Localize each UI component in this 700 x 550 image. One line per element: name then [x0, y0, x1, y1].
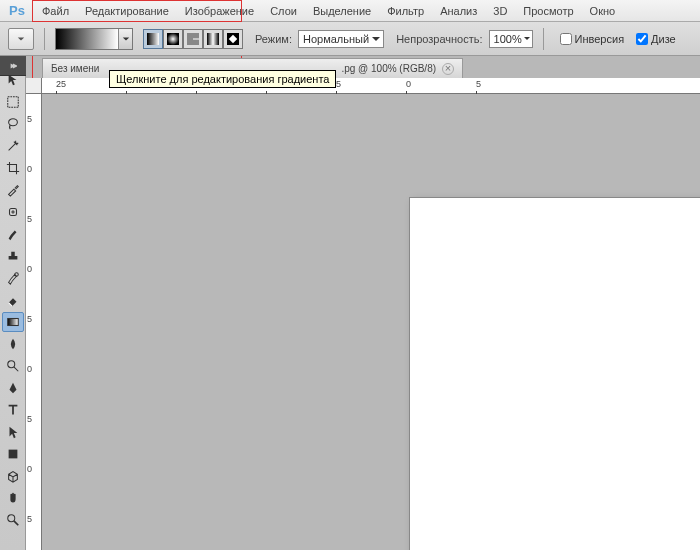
ruler-tick: 0	[27, 364, 32, 374]
healing-tool[interactable]	[2, 202, 24, 222]
ruler-tick: 5	[27, 114, 32, 124]
menu-edit[interactable]: Редактирование	[77, 5, 177, 17]
svg-point-11	[7, 361, 14, 368]
eraser-tool[interactable]	[2, 290, 24, 310]
ruler-tick: 5	[27, 214, 32, 224]
gradient-linear-button[interactable]	[143, 29, 163, 49]
opacity-input[interactable]: 100%	[489, 30, 533, 48]
gradient-radial-button[interactable]	[163, 29, 183, 49]
menu-window[interactable]: Окно	[582, 5, 624, 17]
path-select-tool[interactable]	[2, 422, 24, 442]
shape-tool[interactable]	[2, 444, 24, 464]
svg-rect-6	[7, 97, 18, 108]
ruler-tick: 0	[406, 79, 411, 89]
3d-tool[interactable]	[2, 466, 24, 486]
gradient-angle-button[interactable]	[183, 29, 203, 49]
document-tabs: Без имени .pg @ 100% (RGB/8) ×	[0, 56, 700, 78]
ruler-tick: 5	[27, 314, 32, 324]
gradient-type-group	[143, 29, 243, 49]
ruler-tick: 5	[336, 79, 341, 89]
menu-analysis[interactable]: Анализ	[432, 5, 485, 17]
svg-rect-10	[7, 319, 18, 326]
document-canvas[interactable]	[410, 198, 700, 550]
tool-panel	[0, 56, 26, 550]
ruler-tick: 0	[27, 164, 32, 174]
gradient-tool[interactable]	[2, 312, 24, 332]
ruler-tick: 5	[476, 79, 481, 89]
menu-bar: Ps Файл Редактирование Изображение Слои …	[0, 0, 700, 22]
crop-tool[interactable]	[2, 158, 24, 178]
dither-label: Дизе	[651, 33, 676, 45]
pen-tool[interactable]	[2, 378, 24, 398]
marquee-tool[interactable]	[2, 92, 24, 112]
menu-view[interactable]: Просмотр	[515, 5, 581, 17]
mode-label: Режим:	[255, 33, 292, 45]
tool-preset-picker[interactable]	[8, 28, 34, 50]
gradient-preview	[56, 29, 118, 49]
gradient-picker[interactable]	[55, 28, 133, 50]
dither-checkbox[interactable]: Дизе	[636, 33, 676, 45]
invert-checkbox[interactable]: Инверсия	[560, 33, 625, 45]
stamp-tool[interactable]	[2, 246, 24, 266]
mode-select[interactable]: Нормальный	[298, 30, 384, 48]
eyedropper-tool[interactable]	[2, 180, 24, 200]
divider	[44, 28, 45, 50]
ruler-tick: 0	[27, 264, 32, 274]
menu-3d[interactable]: 3D	[485, 5, 515, 17]
blur-tool[interactable]	[2, 334, 24, 354]
history-brush-tool[interactable]	[2, 268, 24, 288]
svg-rect-1	[167, 33, 179, 45]
gradient-diamond-button[interactable]	[223, 29, 243, 49]
app-logo: Ps	[6, 2, 28, 20]
svg-point-13	[7, 515, 14, 522]
svg-rect-0	[147, 33, 159, 45]
menu-filter[interactable]: Фильтр	[379, 5, 432, 17]
tab-title-prefix: Без имени	[51, 63, 99, 74]
opacity-value: 100%	[494, 33, 522, 45]
lasso-tool[interactable]	[2, 114, 24, 134]
gradient-tooltip: Щелкните для редактирования градиента	[109, 70, 336, 88]
panel-collapse-button[interactable]	[0, 56, 26, 76]
dodge-tool[interactable]	[2, 356, 24, 376]
svg-point-9	[14, 273, 18, 277]
opacity-label: Непрозрачность:	[396, 33, 482, 45]
chevron-down-icon	[524, 37, 530, 43]
menu-select[interactable]: Выделение	[305, 5, 379, 17]
divider	[543, 28, 544, 50]
menu-file[interactable]: Файл	[34, 5, 77, 17]
ruler-tick: 5	[27, 414, 32, 424]
type-tool[interactable]	[2, 400, 24, 420]
menu-image[interactable]: Изображение	[177, 5, 262, 17]
ruler-corner	[26, 78, 42, 94]
ruler-tick: 25	[56, 79, 66, 89]
invert-label: Инверсия	[575, 33, 625, 45]
svg-rect-3	[207, 33, 219, 45]
options-bar: Режим: Нормальный Непрозрачность: 100% И…	[0, 22, 700, 56]
close-icon[interactable]: ×	[442, 63, 454, 75]
ruler-tick: 5	[27, 514, 32, 524]
gradient-reflected-button[interactable]	[203, 29, 223, 49]
wand-tool[interactable]	[2, 136, 24, 156]
hand-tool[interactable]	[2, 488, 24, 508]
zoom-tool[interactable]	[2, 510, 24, 530]
gradient-dropdown-icon[interactable]	[118, 29, 132, 49]
workspace: 25 20 15 10 5 0 5 5 0 5 0 5 0 5 0 5	[0, 78, 700, 550]
menu-layers[interactable]: Слои	[262, 5, 305, 17]
svg-rect-12	[8, 450, 17, 459]
ruler-tick: 0	[27, 464, 32, 474]
brush-tool[interactable]	[2, 224, 24, 244]
tab-title-suffix: .pg @ 100% (RGB/8)	[341, 63, 436, 74]
ruler-vertical[interactable]: 5 0 5 0 5 0 5 0 5	[26, 94, 42, 550]
